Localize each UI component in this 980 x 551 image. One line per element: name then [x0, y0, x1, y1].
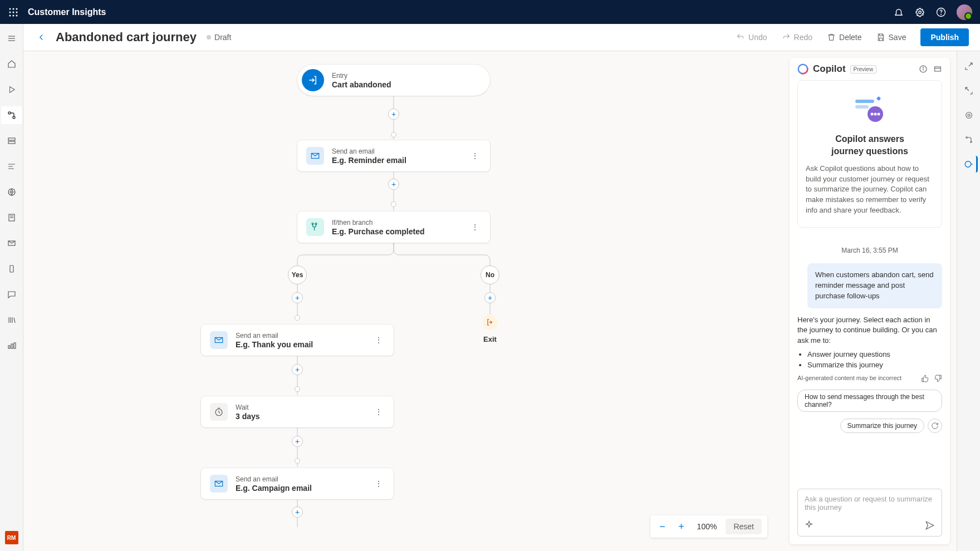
redo-button[interactable]: Redo: [776, 29, 818, 45]
svg-point-35: [966, 137, 967, 139]
branch-icon: [306, 218, 324, 236]
thumbs-up-icon[interactable]: [921, 375, 929, 382]
mobile-icon[interactable]: [1, 260, 22, 278]
settings-icon[interactable]: [914, 7, 925, 18]
svg-point-54: [871, 113, 874, 116]
svg-marker-15: [9, 87, 14, 93]
entry-label: Entry: [332, 72, 391, 80]
exit-label: Exit: [483, 335, 497, 343]
svg-rect-32: [14, 343, 16, 348]
svg-point-1: [13, 8, 14, 9]
svg-point-33: [966, 112, 972, 119]
home-icon[interactable]: [1, 55, 22, 73]
email-node-1[interactable]: Send an email E.g. Reminder email ⋮: [297, 140, 490, 171]
connector-node: [295, 386, 300, 392]
library-icon[interactable]: [1, 311, 22, 329]
waffle-menu[interactable]: [8, 7, 19, 18]
more-icon[interactable]: ⋮: [373, 407, 385, 416]
add-step-button[interactable]: +: [292, 292, 303, 303]
suggestion-chip-1[interactable]: How to send messages through the best ch…: [797, 390, 942, 412]
email-icon[interactable]: [1, 234, 22, 252]
svg-point-16: [8, 112, 11, 114]
app-name: Customer Insights: [28, 7, 106, 17]
svg-rect-19: [8, 141, 15, 144]
target-icon[interactable]: [961, 107, 977, 124]
more-icon[interactable]: ⋮: [469, 223, 481, 232]
send-icon[interactable]: [925, 520, 935, 530]
path-icon[interactable]: [961, 131, 977, 148]
zoom-out-button[interactable]: −: [656, 520, 669, 533]
play-icon[interactable]: [1, 81, 22, 99]
exit-icon: [482, 314, 498, 330]
persona-badge[interactable]: RM: [5, 531, 18, 544]
yes-label: Yes: [288, 265, 307, 284]
preview-badge: Preview: [850, 65, 877, 73]
add-step-button[interactable]: +: [292, 506, 303, 518]
clock-icon: [210, 403, 228, 421]
undo-button[interactable]: Undo: [731, 29, 772, 45]
more-icon[interactable]: ⋮: [469, 151, 481, 160]
globe-icon[interactable]: [1, 183, 22, 201]
email-node-3[interactable]: Send an email E.g. Campaign email ⋮: [201, 468, 394, 499]
branch-node[interactable]: If/then branch E.g. Purchase completed ⋮: [297, 211, 490, 243]
analytics-icon[interactable]: [1, 158, 22, 175]
more-icon[interactable]: ⋮: [373, 479, 385, 488]
chat-icon[interactable]: [1, 286, 22, 303]
page-title: Abandoned cart journey: [56, 30, 197, 45]
ai-disclaimer: AI-generated content may be incorrect: [797, 374, 901, 383]
svg-point-6: [9, 14, 11, 16]
svg-rect-30: [8, 346, 10, 348]
entry-node[interactable]: Entry Cart abandoned: [297, 65, 490, 96]
svg-point-3: [9, 11, 11, 13]
zoom-in-button[interactable]: +: [675, 520, 688, 533]
user-avatar[interactable]: [957, 4, 972, 20]
suggestion-chip-2[interactable]: Summarize this journey: [840, 419, 924, 433]
expand-in-icon[interactable]: [961, 58, 977, 75]
notifications-icon[interactable]: [893, 7, 904, 18]
publish-button[interactable]: Publish: [920, 28, 969, 46]
wait-title: 3 days: [236, 412, 260, 421]
connector-node: [391, 132, 396, 137]
zoom-reset-button[interactable]: Reset: [726, 519, 762, 534]
add-step-button[interactable]: +: [292, 364, 303, 375]
zoom-value: 100%: [694, 522, 721, 531]
more-icon[interactable]: ⋮: [373, 336, 385, 345]
add-step-button[interactable]: +: [388, 109, 399, 120]
copilot-panel: Copilot Preview Copilot answersjourney q…: [790, 58, 950, 544]
email3-title: E.g. Campaign email: [236, 484, 312, 493]
thumbs-down-icon[interactable]: [934, 375, 942, 382]
connector-node: [295, 458, 300, 464]
sparkle-icon[interactable]: [805, 520, 814, 530]
add-step-button[interactable]: +: [388, 179, 399, 190]
svg-rect-18: [8, 138, 15, 140]
help-icon[interactable]: [935, 7, 947, 18]
svg-point-8: [16, 14, 18, 16]
svg-point-2: [16, 8, 18, 9]
copilot-rail-icon[interactable]: [961, 156, 978, 173]
back-button[interactable]: [35, 31, 48, 44]
segments-icon[interactable]: [1, 132, 22, 150]
email2-label: Send an email: [236, 332, 313, 340]
expand-out-icon[interactable]: [961, 82, 977, 99]
copilot-input[interactable]: [805, 495, 935, 515]
hamburger-menu[interactable]: [1, 29, 22, 47]
expand-icon[interactable]: [933, 65, 942, 73]
email3-label: Send an email: [236, 475, 312, 483]
reports-icon[interactable]: [1, 337, 22, 355]
journeys-icon[interactable]: [1, 106, 22, 124]
svg-point-5: [16, 11, 18, 13]
entry-title: Cart abandoned: [332, 80, 391, 89]
connector-node: [295, 315, 300, 321]
svg-point-4: [13, 11, 14, 13]
wait-node[interactable]: Wait 3 days ⋮: [201, 396, 394, 427]
delete-button[interactable]: Delete: [821, 29, 867, 45]
save-button[interactable]: Save: [871, 29, 912, 45]
add-step-button[interactable]: +: [292, 436, 303, 447]
refresh-suggestions-icon[interactable]: [928, 419, 942, 433]
mail-icon: [306, 147, 324, 165]
email-node-2[interactable]: Send an email E.g. Thank you email ⋮: [201, 324, 394, 356]
info-icon[interactable]: [919, 65, 928, 73]
entry-icon: [302, 69, 324, 91]
add-step-button[interactable]: +: [484, 292, 496, 303]
forms-icon[interactable]: [1, 209, 22, 227]
